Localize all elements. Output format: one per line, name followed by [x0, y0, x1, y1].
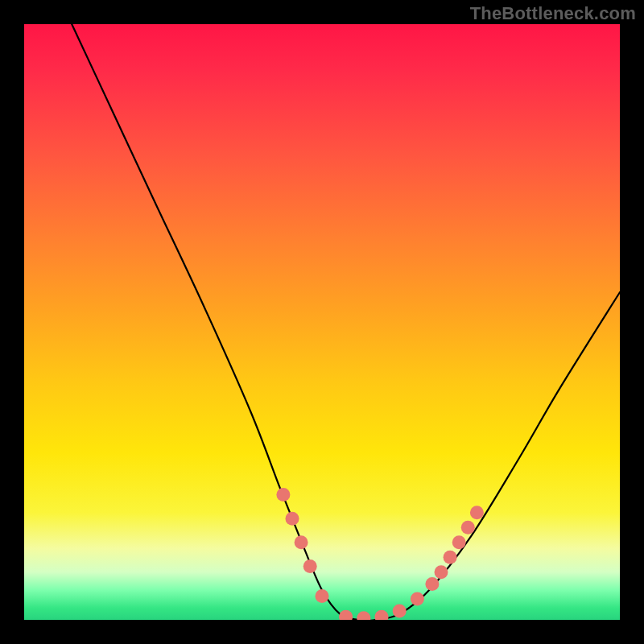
marker-dot: [295, 535, 308, 549]
marker-dot: [452, 535, 466, 549]
marker-dot: [339, 610, 353, 620]
marker-dot: [393, 604, 407, 617]
marker-dot: [411, 592, 424, 606]
marker-dot: [470, 506, 484, 519]
marker-dot: [357, 611, 370, 620]
marker-dot: [425, 577, 439, 591]
marker-dot: [286, 512, 299, 526]
chart-frame: TheBottleneck.com: [0, 0, 644, 644]
marker-dot: [435, 565, 448, 579]
curve-line: [72, 24, 620, 620]
marker-dot: [444, 551, 457, 564]
marker-dot: [303, 559, 317, 573]
plot-area: [24, 24, 620, 620]
highlight-markers: [276, 488, 484, 620]
chart-svg: [24, 24, 620, 620]
watermark-text: TheBottleneck.com: [470, 3, 636, 24]
marker-dot: [461, 521, 475, 535]
marker-dot: [316, 589, 329, 603]
marker-dot: [276, 488, 290, 502]
marker-dot: [375, 610, 389, 620]
